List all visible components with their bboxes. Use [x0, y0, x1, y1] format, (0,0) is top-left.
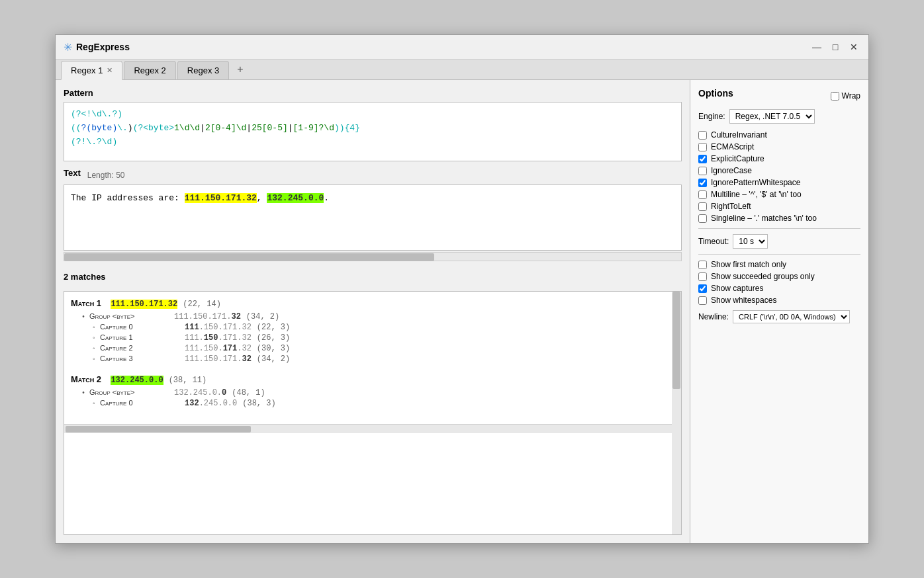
tab-regex3[interactable]: Regex 3 [177, 61, 229, 79]
text-section-header: Text Length: 50 [64, 168, 682, 182]
match1-value: 111.150.171.32 [111, 300, 177, 309]
matches-vscroll[interactable] [672, 292, 681, 534]
text-match2: 132.245.0.0 [267, 193, 324, 203]
main-window: ✳ RegExpress — □ ✕ Regex 1 ✕ Regex 2 Reg… [55, 34, 869, 544]
multiline-checkbox[interactable] [698, 190, 707, 199]
tab-regex1[interactable]: Regex 1 ✕ [61, 61, 122, 80]
cap3-label: Capture 3 [100, 354, 179, 362]
pattern-sep3: | [288, 123, 293, 133]
match1-cap3-row: ◦ Capture 3 111.150.171.32 (34, 2) [71, 354, 674, 364]
cap1-value: 111.150.171.32 [185, 333, 252, 343]
title-bar-left: ✳ RegExpress [64, 41, 130, 54]
option-firstmatch: Show first match only [698, 260, 860, 269]
m2-cap0-bullet: ◦ [92, 400, 96, 407]
m2-group-pos: (48, 1) [232, 388, 265, 397]
m2-group-label: Group <byte> [89, 388, 169, 396]
ignorepatternwhitespace-checkbox[interactable] [698, 179, 707, 187]
divider2 [698, 254, 860, 255]
close-button[interactable]: ✕ [847, 40, 860, 54]
showwhitespaces-checkbox[interactable] [698, 296, 707, 305]
ignorecase-checkbox[interactable] [698, 167, 707, 175]
pattern-line2: ((?(byte)\.)(?<byte>1\d\d|2[0-4]\d|25[0-… [71, 122, 674, 136]
pattern-label: Pattern [64, 88, 682, 98]
explicitcapture-label: ExplicitCapture [711, 154, 764, 163]
text-length: Length: 50 [87, 171, 125, 180]
maximize-button[interactable]: □ [829, 40, 842, 54]
showcaptures-label: Show captures [711, 284, 763, 293]
ignorecase-label: IgnoreCase [711, 166, 752, 175]
succeededgroups-checkbox[interactable] [698, 272, 707, 281]
cap1-bullet: ◦ [92, 335, 96, 342]
match1-group-row: • Group <byte> 111.150.171.32 (34, 2) [71, 312, 674, 321]
text-between: , [257, 193, 267, 203]
match2-pos: (38, 11) [169, 376, 207, 385]
matches-hscroll[interactable] [64, 424, 681, 433]
engine-select[interactable]: Regex, .NET 7.0.5 [729, 109, 815, 124]
cultureinvariant-checkbox[interactable] [698, 131, 707, 140]
match-block-1: Match 1 111.150.171.32 (22, 14) • Group … [71, 298, 674, 364]
timeout-select[interactable]: 10 s [733, 234, 768, 249]
cultureinvariant-label: CultureInvariant [711, 130, 767, 140]
option-cultureinvariant: CultureInvariant [698, 130, 860, 140]
cap2-bullet: ◦ [92, 345, 96, 352]
option-explicitcapture: ExplicitCapture [698, 154, 860, 163]
app-icon: ✳ [64, 41, 72, 54]
pattern-input[interactable]: (?<!\d\.?) ((?(byte)\.)(?<byte>1\d\d|2[0… [64, 102, 682, 161]
explicitcapture-checkbox[interactable] [698, 155, 707, 163]
option-righttoleft: RightToLeft [698, 202, 860, 211]
text-after: . [324, 193, 329, 203]
righttoleft-checkbox[interactable] [698, 202, 707, 211]
option-ignorepatternwhitespace: IgnorePatternWhitespace [698, 178, 860, 187]
wrap-checkbox[interactable] [831, 92, 839, 101]
firstmatch-checkbox[interactable] [698, 261, 707, 269]
timeout-row: Timeout: 10 s [698, 234, 860, 249]
text-input[interactable]: The IP addresses are: 111.150.171.32, 13… [64, 185, 682, 251]
title-bar: ✳ RegExpress — □ ✕ [56, 35, 868, 60]
cap1-label: Capture 1 [100, 333, 179, 341]
option-ecmascript: ECMAScript [698, 142, 860, 151]
ecmascript-checkbox[interactable] [698, 143, 707, 151]
wrap-label[interactable]: Wrap [842, 91, 860, 101]
tab-regex2[interactable]: Regex 2 [124, 61, 175, 79]
newline-label: Newline: [698, 312, 729, 321]
text-before-match1: The IP addresses are: [71, 193, 185, 203]
tab-regex1-close[interactable]: ✕ [107, 66, 113, 75]
pattern-sep2: | [246, 123, 252, 133]
cap2-value: 111.150.171.32 [185, 344, 252, 353]
cap0-bullet: ◦ [92, 324, 96, 331]
singleline-checkbox[interactable] [698, 214, 707, 223]
pattern-line2-alt4: [1-9]?\d [293, 123, 334, 133]
match2-title-row: Match 2 132.245.0.0 (38, 11) [71, 374, 674, 387]
match2-value: 132.245.0.0 [111, 376, 163, 385]
matches-inner: Match 1 111.150.171.32 (22, 14) • Group … [64, 292, 681, 424]
add-tab-button[interactable]: + [230, 60, 250, 79]
options-title: Options [698, 88, 733, 99]
tab-regex3-label: Regex 3 [187, 65, 219, 75]
multiline-label: Multiline – '^', '$' at '\n' too [711, 190, 802, 199]
match1-cap1-row: ◦ Capture 1 111.150.171.32 (26, 3) [71, 333, 674, 343]
singleline-label: Singleline – '.' matches '\n' too [711, 214, 817, 223]
minimize-button[interactable]: — [810, 40, 823, 54]
match1-title-row: Match 1 111.150.171.32 (22, 14) [71, 298, 674, 311]
tab-regex1-label: Regex 1 [71, 65, 103, 75]
matches-area[interactable]: Match 1 111.150.171.32 (22, 14) • Group … [64, 291, 682, 535]
cap0-pos: (22, 3) [257, 323, 290, 332]
newline-select[interactable]: CRLF ('\r\n', 0D 0A, Windows) [733, 310, 850, 323]
tab-regex2-label: Regex 2 [134, 65, 165, 75]
timeout-label: Timeout: [698, 237, 729, 246]
showwhitespaces-label: Show whitespaces [711, 296, 776, 305]
m2-cap0-pos: (38, 3) [242, 399, 275, 408]
pattern-sep1: | [200, 123, 205, 133]
m2-group-value: 132.245.0.0 [174, 388, 226, 397]
text-hscroll[interactable] [64, 252, 682, 261]
pattern-line2-open: (( [71, 123, 81, 133]
matches-vscroll-thumb [672, 292, 680, 389]
text-section: Text Length: 50 The IP addresses are: 11… [64, 168, 682, 263]
m2-group-bullet: • [81, 390, 85, 397]
showcaptures-checkbox[interactable] [698, 284, 707, 293]
main-content: Pattern (?<!\d\.?) ((?(byte)\.)(?<byte>1… [56, 80, 868, 543]
ecmascript-label: ECMAScript [711, 142, 754, 151]
window-controls: — □ ✕ [810, 40, 860, 54]
pattern-line2-close: ) [128, 123, 133, 133]
cap3-value: 111.150.171.32 [185, 354, 252, 364]
